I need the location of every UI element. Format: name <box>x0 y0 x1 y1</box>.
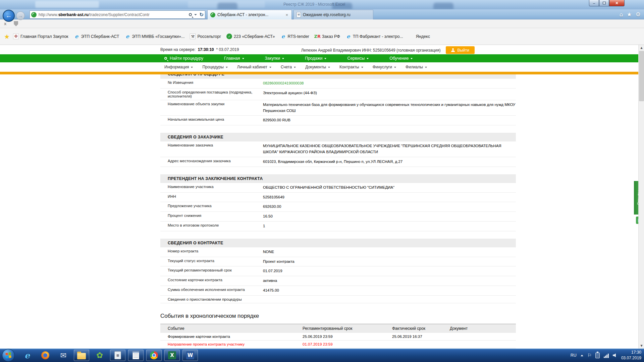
sub-nav-item[interactable]: Счета <box>281 65 296 69</box>
user-info: Лепехин Андрей Владимирович ИНН: 5258105… <box>301 48 441 53</box>
taskbar-app-button[interactable]: e <box>19 350 35 361</box>
sub-nav-item[interactable]: Информация <box>164 65 193 69</box>
address-bar[interactable]: http://www.sberbank-ast.ru/tradezone/Sup… <box>30 10 205 19</box>
main-nav-item[interactable]: Продажи <box>305 56 326 61</box>
taskbar-app-button[interactable] <box>146 350 162 361</box>
table-row: Способ определения поставщика (подрядчик… <box>160 88 516 100</box>
taskbar-app-button[interactable] <box>128 350 144 361</box>
scroll-down-icon[interactable]: ▼ <box>639 343 644 349</box>
bookmark-icon <box>280 34 286 39</box>
clock[interactable]: 17:30 03.07.2019 <box>621 350 641 361</box>
sub-nav-item[interactable]: Процедуры <box>202 65 227 69</box>
taskbar-app-button[interactable]: X <box>164 350 180 361</box>
minimize-button[interactable]: – <box>589 0 599 6</box>
taskbar-app-button[interactable] <box>74 350 89 361</box>
table-row: Адрес местонахождения заказчика 601023, … <box>160 157 516 167</box>
title-bar: Реестр СЖ 2019 - Microsoft Excel – ✕ <box>0 0 644 9</box>
taskbar-app-button[interactable] <box>38 350 53 361</box>
table-row: Сумма обеспечения исполнения контракта 4… <box>160 286 516 296</box>
taskbar-app-button[interactable]: ▦ <box>110 350 125 361</box>
bookmark-item[interactable]: Заказ РФ <box>315 34 340 39</box>
main-nav-item[interactable]: Сервисы <box>347 56 369 61</box>
taskbar-app-button[interactable]: ✿ <box>92 350 107 361</box>
background-window-title: Реестр СЖ 2019 - Microsoft Excel <box>283 2 345 7</box>
tab-close-icon[interactable]: × <box>285 12 289 17</box>
system-tray: RU ⚐ 17:30 03.07.2019 <box>571 349 641 362</box>
home-icon[interactable]: ⌂ <box>620 11 623 18</box>
bookmark-item[interactable]: RTS-tender <box>280 34 309 39</box>
forward-button[interactable]: → <box>16 11 25 20</box>
power-icon[interactable] <box>595 353 600 358</box>
table-row: Начальная максимальная цена 829500.00 RU… <box>160 116 516 125</box>
favorites-star-icon[interactable]: ★ <box>627 11 632 18</box>
bookmark-item[interactable]: ТП Фабрикант - электро... <box>345 34 403 39</box>
sub-nav-item[interactable]: Документы <box>305 65 330 69</box>
refresh-icon[interactable]: ↻ <box>199 12 204 18</box>
tab-roseltorg[interactable]: ⚒ Ожидание etp.roseltorg.ru <box>293 10 373 19</box>
url-text: http://www.sberbank-ast.ru/tradezone/Sup… <box>39 12 189 17</box>
bookmark-icon <box>190 34 196 39</box>
table-row: Сведения о приостановлении процедуры <box>160 296 516 303</box>
vertical-scrollbar[interactable]: ▲ ▼ <box>638 45 644 349</box>
action-center-flag-icon[interactable]: ⚐ <box>587 353 592 358</box>
app-icon: W <box>186 351 194 359</box>
maximize-button[interactable] <box>599 0 609 6</box>
tab-sberbank-ast[interactable]: Сбербанк-АСТ - электрон... × <box>207 10 292 19</box>
app-icon: e <box>24 351 30 360</box>
browser-action-icons: ⌂ ★ ⚙ <box>620 11 641 18</box>
table-row: Номер контракта NONE <box>160 247 516 257</box>
sub-nav-item[interactable]: Личный кабинет <box>237 65 271 69</box>
scroll-up-icon[interactable]: ▲ <box>639 45 644 51</box>
table-row: Наименование участника ОБЩЕСТВО С ОГРАНИ… <box>160 183 516 193</box>
bookmark-icon <box>315 34 320 39</box>
volume-icon[interactable] <box>613 354 616 357</box>
sub-nav-item[interactable]: Финуслуги <box>373 65 396 69</box>
bookmark-item[interactable]: ЭТП ММВБ «Госзакупки»... <box>124 34 184 39</box>
app-icon: ✿ <box>96 351 103 360</box>
logout-button[interactable]: Выйти <box>446 46 475 54</box>
address-dropdown-icon[interactable] <box>194 14 197 15</box>
scrollbar-thumb[interactable] <box>639 51 644 101</box>
bookmark-icon <box>409 34 414 39</box>
server-time: Время на сервере: 17:30:10 * 03.07.2019 <box>160 47 239 52</box>
bookmark-item[interactable]: Россельторг <box>190 34 221 39</box>
network-signal-icon[interactable] <box>604 353 609 358</box>
section-customer: СВЕДЕНИЯ О ЗАКАЗЧИКЕ Наименование заказч… <box>160 133 516 167</box>
app-icon: ✉ <box>60 351 66 360</box>
tab-strip: Сбербанк-АСТ - электрон... × ⚒ Ожидание … <box>207 10 373 19</box>
bookmark-item[interactable]: 223 «Сбербанк-АСТ» <box>226 34 275 39</box>
bookmark-icon <box>13 34 19 39</box>
favorites-add-star-icon[interactable]: ★ <box>4 33 10 40</box>
main-nav-item[interactable]: Закупки <box>265 56 284 61</box>
bookmark-item[interactable]: Главная Портал Закупок <box>13 34 68 39</box>
bookmark-item[interactable]: Яндекс <box>409 34 430 39</box>
chevron-down-icon <box>191 67 193 68</box>
site-favicon <box>31 12 37 17</box>
sub-nav-item[interactable]: Контракты <box>339 65 363 69</box>
taskbar-app-button[interactable]: W <box>182 350 198 361</box>
table-row: Текущий статус контракта Проект контракт… <box>160 257 516 267</box>
main-nav-item[interactable]: Обучение <box>389 56 413 61</box>
find-procedure-button[interactable]: Найти процедуру <box>164 56 203 61</box>
events-table: Событие Регламентированный срок Фактичес… <box>160 324 516 348</box>
toolbar-close-button[interactable]: x <box>4 21 6 26</box>
app-icon <box>77 353 86 359</box>
taskbar-app-button[interactable]: ✉ <box>56 350 71 361</box>
search-icon[interactable] <box>189 13 192 16</box>
start-button[interactable] <box>2 349 15 362</box>
table-row: Место в итоговом протоколе 1 <box>160 222 516 231</box>
shield-icon <box>14 21 18 26</box>
main-nav-item[interactable]: Главная <box>224 56 244 61</box>
tray-expand-icon[interactable] <box>581 355 583 356</box>
bookmark-item[interactable]: ЭТП Сбербанк-АСТ <box>74 34 119 39</box>
events-table-header: Событие Регламентированный срок Фактичес… <box>160 324 516 333</box>
event-row: Направление проекта контракта участнику … <box>160 341 516 348</box>
settings-gear-icon[interactable]: ⚙ <box>636 11 641 18</box>
app-icon: X <box>168 351 176 359</box>
close-button[interactable]: ✕ <box>609 0 625 6</box>
chevron-down-icon <box>411 58 413 59</box>
sub-nav-item[interactable]: Филиалы <box>406 65 427 69</box>
background-tab-smudge <box>433 3 453 9</box>
language-indicator[interactable]: RU <box>571 353 577 358</box>
back-button[interactable]: ← <box>3 10 15 22</box>
